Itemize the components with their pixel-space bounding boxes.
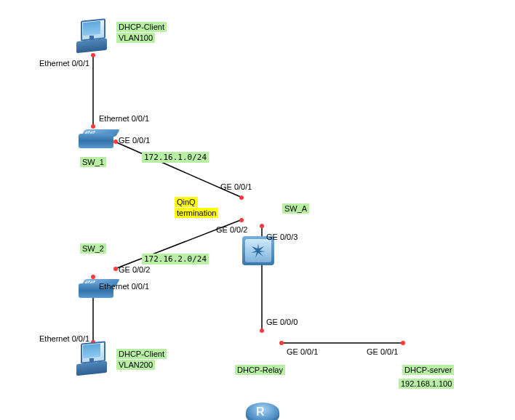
switch-sw1: ⇄⇄	[79, 129, 113, 151]
svg-line-1	[115, 142, 242, 198]
router-dhcp-relay: R	[246, 403, 279, 420]
host-dhcp-client-vlan100	[76, 20, 113, 56]
port-dot	[401, 341, 405, 345]
port-dot	[239, 195, 244, 200]
port-dot	[91, 124, 95, 129]
switch-sw2: ⇄⇄	[79, 279, 113, 301]
port-dot	[279, 341, 284, 345]
port-dot	[260, 328, 264, 333]
svg-marker-6	[251, 243, 266, 258]
port-dot	[113, 140, 118, 144]
port-dot	[113, 267, 118, 271]
svg-line-3	[115, 219, 242, 269]
port-dot	[260, 224, 264, 228]
switch-swa	[242, 236, 274, 265]
host-dhcp-client-vlan200	[76, 342, 113, 379]
port-dot	[239, 218, 244, 222]
